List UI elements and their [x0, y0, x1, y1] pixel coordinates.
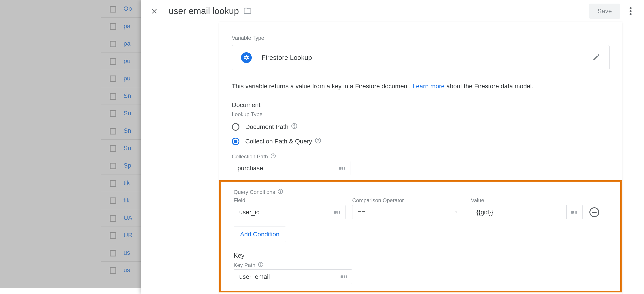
learn-more-link[interactable]: Learn more — [413, 83, 444, 90]
svg-point-6 — [318, 142, 318, 142]
help-icon[interactable] — [291, 123, 298, 131]
radio-document-path[interactable]: Document Path — [232, 123, 610, 131]
help-icon[interactable] — [278, 189, 283, 195]
query-conditions-highlight: Query Conditions Field Comparison Operat… — [219, 180, 622, 293]
save-button[interactable]: Save — [590, 3, 620, 19]
condition-value-input[interactable] — [471, 209, 566, 216]
help-icon[interactable] — [270, 153, 276, 160]
variable-type-label: Variable Type — [232, 35, 610, 41]
collection-path-input[interactable] — [232, 165, 334, 172]
field-col-label: Field — [234, 197, 346, 203]
collection-path-label: Collection Path — [232, 153, 610, 160]
condition-operator-select[interactable]: == — [352, 205, 464, 219]
svg-rect-14 — [334, 211, 336, 214]
svg-point-4 — [294, 127, 294, 128]
variable-editor-panel: user email lookup Save Variable Type Fir… — [141, 0, 644, 294]
add-condition-button[interactable]: Add Condition — [234, 227, 286, 242]
remove-condition-icon[interactable] — [590, 207, 599, 217]
svg-rect-18 — [575, 211, 576, 214]
key-path-input-wrap — [234, 270, 352, 284]
condition-field-input[interactable] — [234, 209, 329, 216]
lookup-type-label: Lookup Type — [232, 111, 610, 118]
svg-point-13 — [280, 192, 281, 193]
chevron-down-icon — [454, 209, 458, 216]
svg-point-8 — [273, 157, 274, 157]
key-path-input[interactable] — [234, 273, 336, 280]
value-col-label: Value — [471, 197, 583, 203]
panel-header: user email lookup Save — [141, 0, 644, 22]
key-section-title: Key — [234, 252, 608, 259]
document-section-title: Document — [232, 101, 610, 109]
folder-icon[interactable] — [244, 7, 252, 16]
insert-variable-icon[interactable] — [566, 205, 582, 219]
svg-rect-24 — [346, 276, 347, 278]
svg-rect-23 — [344, 276, 345, 278]
query-conditions-label: Query Conditions — [234, 189, 608, 195]
edit-icon[interactable] — [592, 53, 600, 62]
insert-variable-icon[interactable] — [329, 205, 345, 219]
svg-rect-19 — [576, 211, 577, 214]
more-menu-icon[interactable] — [625, 6, 636, 16]
radio-collection-path-query[interactable]: Collection Path & Query — [232, 138, 610, 145]
gear-icon — [241, 52, 252, 63]
operator-col-label: Comparison Operator — [352, 197, 464, 203]
collection-path-input-wrap — [232, 161, 350, 175]
insert-variable-icon[interactable] — [334, 161, 350, 175]
svg-rect-15 — [338, 211, 338, 214]
modal-backdrop — [0, 0, 141, 288]
svg-rect-22 — [340, 276, 343, 278]
svg-point-21 — [261, 265, 261, 266]
value-input-wrap — [471, 205, 583, 219]
svg-rect-9 — [339, 167, 342, 169]
svg-rect-16 — [339, 211, 340, 214]
config-card: Variable Type Firestore Lookup This vari… — [219, 22, 622, 294]
svg-rect-17 — [571, 211, 574, 214]
variable-type-selector[interactable]: Firestore Lookup — [232, 45, 610, 70]
field-input-wrap — [234, 205, 346, 219]
condition-row: Field Comparison Operator == Value — [234, 197, 608, 219]
variable-name[interactable]: user email lookup — [169, 6, 239, 16]
help-icon[interactable] — [258, 262, 263, 269]
insert-variable-icon[interactable] — [336, 270, 352, 284]
close-icon[interactable] — [149, 6, 160, 16]
variable-description: This variable returns a value from a key… — [232, 83, 610, 90]
variable-type-name: Firestore Lookup — [262, 54, 312, 61]
svg-point-0 — [630, 7, 632, 9]
svg-point-2 — [630, 13, 632, 15]
svg-rect-11 — [344, 167, 345, 169]
key-path-label: Key Path — [234, 262, 608, 269]
help-icon[interactable] — [315, 138, 321, 145]
svg-rect-10 — [342, 167, 343, 169]
svg-point-1 — [630, 10, 632, 12]
